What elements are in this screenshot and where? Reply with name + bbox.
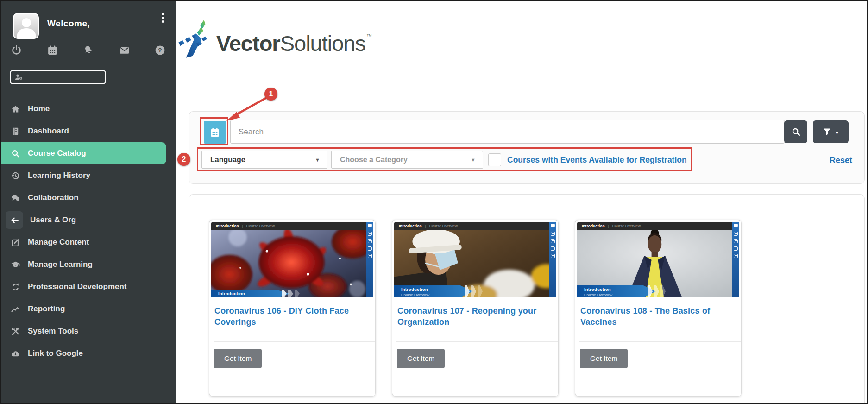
cloud-download-icon <box>10 348 21 359</box>
mail-icon[interactable] <box>119 44 130 56</box>
tools-icon <box>10 326 21 337</box>
sidebar-item-manage-content[interactable]: Manage Content <box>1 231 176 253</box>
calendar-icon <box>209 127 220 138</box>
reset-link[interactable]: Reset <box>830 156 852 165</box>
arrow-left-icon <box>6 211 23 229</box>
course-card: Introduction | Course Overview Introduct… <box>209 220 376 397</box>
course-card: Introduction | Course Overview Introduct… <box>575 220 742 397</box>
events-calendar-toggle-button[interactable] <box>204 121 226 144</box>
course-title-link[interactable]: Coronavirus 107 - Reopening your Organiz… <box>397 306 554 328</box>
category-select[interactable]: Choose a Category ▼ <box>331 151 483 169</box>
caret-down-icon: ▼ <box>835 130 839 135</box>
dashboard-icon <box>10 126 21 137</box>
vector-solutions-logo[interactable]: VectorSolutions™ <box>177 14 371 66</box>
filter-dropdown-button[interactable]: ▼ <box>813 120 849 143</box>
sidebar-item-dashboard[interactable]: Dashboard <box>1 120 176 142</box>
sidebar-user-search <box>10 70 106 84</box>
sidebar-item-course-catalog[interactable]: Course Catalog <box>1 142 166 164</box>
kebab-menu-icon[interactable] <box>158 12 167 26</box>
share-icon <box>551 254 555 258</box>
share-icon <box>734 254 738 258</box>
chat-icon <box>10 192 21 203</box>
sidebar: Welcome, ? Home <box>1 1 176 403</box>
get-item-button[interactable]: Get Item <box>397 349 445 368</box>
divider <box>579 341 741 342</box>
divider <box>396 341 558 342</box>
language-select[interactable]: Language ▼ <box>201 151 327 169</box>
slide-banner: IntroductionCourse Overview <box>211 290 299 297</box>
svg-text:?: ? <box>158 47 162 54</box>
course-thumbnail[interactable]: Introduction | Course Overview Introduct… <box>577 222 739 297</box>
search-icon <box>10 148 21 159</box>
logo-mark-icon <box>177 15 214 65</box>
sidebar-item-link-to-google[interactable]: Link to Google <box>1 342 176 365</box>
events-available-checkbox-label[interactable]: Courses with Events Available for Regist… <box>507 155 687 165</box>
course-title-link[interactable]: Coronavirus 106 - DIY Cloth Face Coverin… <box>214 306 371 328</box>
annotation-step-1: 1 <box>264 88 277 101</box>
chart-line-icon <box>10 303 21 315</box>
notes-icon <box>551 232 555 236</box>
sidebar-nav: Home Dashboard Course Catalog Learning H… <box>1 98 176 365</box>
course-thumbnail[interactable]: Introduction | Course Overview Introduct… <box>211 222 373 297</box>
history-icon <box>10 170 21 181</box>
catalog-search-input[interactable] <box>230 120 785 144</box>
get-item-button[interactable]: Get Item <box>214 349 262 368</box>
sidebar-item-collaboration[interactable]: Collaboration <box>1 187 176 209</box>
avatar[interactable] <box>13 13 39 39</box>
player-side-toolbar <box>549 222 556 297</box>
share-icon <box>368 254 372 258</box>
course-thumbnail[interactable]: Introduction | Course Overview Introduct… <box>394 222 556 297</box>
sidebar-item-manage-learning[interactable]: Manage Learning <box>1 253 176 276</box>
avatar-bust-shape <box>17 28 36 39</box>
catalog-filter-panel: ▼ Language ▼ Choose a Category ▼ Courses… <box>189 111 865 184</box>
divider <box>396 302 558 302</box>
sidebar-quick-actions: ? <box>11 44 166 56</box>
search-submit-button[interactable] <box>784 120 807 143</box>
sync-icon <box>10 281 21 292</box>
divider <box>579 302 741 302</box>
resources-icon <box>551 239 555 243</box>
player-side-toolbar <box>732 222 739 297</box>
menu-icon <box>734 224 738 227</box>
course-card: Introduction | Course Overview Introduct… <box>392 220 559 397</box>
course-title-link[interactable]: Coronavirus 108 - The Basics of Vaccines <box>580 306 736 328</box>
events-available-checkbox[interactable] <box>488 153 501 166</box>
edit-icon <box>10 237 21 248</box>
get-item-button[interactable]: Get Item <box>580 349 628 368</box>
home-icon <box>10 103 21 114</box>
sidebar-search-input[interactable] <box>26 74 100 81</box>
player-topbar: Introduction | Course Overview <box>577 222 732 230</box>
player-topbar: Introduction | Course Overview <box>394 222 549 230</box>
slide-banner: IntroductionCourse Overview <box>394 285 482 297</box>
logo-wordmark: VectorSolutions™ <box>216 31 371 56</box>
sidebar-item-reporting[interactable]: Reporting <box>1 298 176 320</box>
power-icon[interactable] <box>11 44 22 56</box>
divider <box>214 341 375 342</box>
caret-down-icon: ▼ <box>315 157 320 163</box>
notes-icon <box>368 232 372 236</box>
search-icon <box>791 127 801 137</box>
divider <box>214 302 375 302</box>
player-topbar: Introduction | Course Overview <box>211 222 366 230</box>
slide-banner: IntroductionCourse Overview <box>577 285 665 297</box>
filter-funnel-icon <box>822 127 832 137</box>
sidebar-item-users-org[interactable]: Users & Org <box>1 209 176 231</box>
menu-icon <box>368 224 372 227</box>
sidebar-item-learning-history[interactable]: Learning History <box>1 164 176 187</box>
notifications-bell-icon[interactable] <box>82 44 94 56</box>
menu-icon <box>551 224 555 227</box>
caret-down-icon: ▼ <box>471 157 476 163</box>
resources-icon <box>368 239 372 243</box>
sidebar-item-home[interactable]: Home <box>1 98 176 120</box>
welcome-text: Welcome, <box>47 19 90 29</box>
avatar-head-shape <box>22 18 31 27</box>
help-icon[interactable]: ? <box>154 44 166 56</box>
app-window: Welcome, ? Home <box>0 0 868 404</box>
calendar-icon[interactable] <box>47 44 58 56</box>
sidebar-item-professional-development[interactable]: Professional Development <box>1 276 176 298</box>
graduation-cap-icon <box>10 259 21 270</box>
sync-icon <box>368 246 372 251</box>
virus-scene-image <box>211 230 366 297</box>
sync-icon <box>734 246 738 251</box>
sidebar-item-system-tools[interactable]: System Tools <box>1 320 176 342</box>
